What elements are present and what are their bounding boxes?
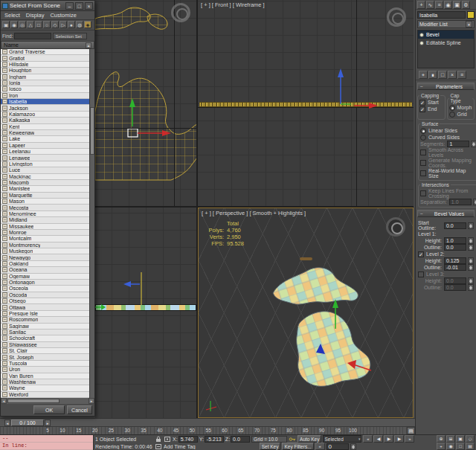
list-item[interactable]: ~ Saginaw [1,324,89,330]
scrollbar-thumb[interactable] [90,107,94,155]
viewport-label[interactable]: [ + ] [ Perspective ] [ Smooth + Highlig… [202,210,306,216]
nav-icon[interactable]: ▣ [456,435,465,443]
maximize-icon[interactable]: □ [75,2,83,10]
ok-button[interactable]: OK [33,405,65,414]
bevel-values-rollout-header[interactable]: − Bevel Values [417,210,475,217]
list-item[interactable]: ~ Missaukee [1,224,89,230]
end-checkbox[interactable]: ✓ [419,106,425,112]
list-item[interactable]: ~ Kalamazoo [1,112,89,118]
find-input[interactable] [14,33,51,39]
linear-sides-radio[interactable] [420,128,426,134]
list-item[interactable]: ~ Ogemaw [1,274,89,280]
scroll-left-icon[interactable]: ◂ [1,398,7,404]
modifier-enabled-icon[interactable] [419,41,424,45]
next-frame-icon[interactable]: ▸ [45,420,51,426]
scene-filter-icon[interactable]: ○ [43,21,51,28]
scroll-up-icon[interactable]: ▴ [86,42,91,48]
scene-filter-icon[interactable]: ▷ [60,21,67,28]
list-item[interactable]: ~ Muskegon [1,248,89,254]
viewport-front[interactable]: [ + ] [ Front ] [ Wireframe ] [198,0,414,206]
command-panel-tab-icon[interactable]: ∿ [426,1,434,9]
scene-filter-icon[interactable]: ● [68,21,75,28]
level3-height-field[interactable]: 0.0 [444,277,466,284]
menu-item[interactable]: Select [4,12,20,19]
object-color-swatch[interactable] [467,11,475,19]
list-item[interactable]: ~ Ontonagon [1,280,89,286]
transport-icon[interactable]: ▶ [384,435,393,443]
scene-filter-icon[interactable]: ◇ [51,21,59,28]
list-item[interactable]: ~ Oceana [1,267,89,273]
list-item[interactable]: ~ Roscommon [1,317,89,323]
isolate-selection-icon[interactable] [164,436,171,443]
segments-field[interactable]: 1 [447,141,469,147]
list-item[interactable]: ~ Schoolcraft [1,335,89,341]
list-item[interactable]: ~ Mason [1,199,89,205]
viewport-top[interactable] [95,0,196,206]
list-item[interactable]: ~ Luce [1,167,89,173]
curved-sides-radio[interactable] [420,135,426,141]
level1-height-field[interactable]: 1.0 [444,237,466,244]
listener-line[interactable]: -- [0,435,93,443]
key-mode-toggle-icon[interactable]: « [315,443,325,450]
list-item[interactable]: ~ Manistee [1,186,89,192]
list-item[interactable]: ~ Grand Traverse [1,49,89,55]
list-item[interactable]: ~ Ingham [1,74,89,80]
command-panel-tab-icon[interactable]: ◉ [444,1,452,9]
list-item[interactable]: ~ Otsego [1,298,89,304]
set-key-button[interactable]: Set Key [260,443,281,450]
viewcube[interactable] [386,217,405,237]
maxscript-mini-listener[interactable]: -- In line: [0,435,94,450]
track-bar[interactable]: 5101520253035404550556065707580859095100… [0,426,415,434]
command-panel-tab-icon[interactable]: ▣ [453,1,461,9]
level2-outline-field[interactable]: -0.01 [444,264,466,271]
real-world-map-size-checkbox[interactable] [420,170,426,176]
horizontal-scrollbar[interactable]: ◂ ▸ [1,398,94,404]
viewport-left[interactable] [95,208,196,418]
selection-lock-icon[interactable] [155,436,162,443]
list-item[interactable]: ~ Lapeer [1,143,89,149]
z-coordinate-field[interactable]: 0.0 [231,436,250,443]
grid-radio[interactable] [449,112,455,118]
list-item[interactable]: ~ Tuscola [1,361,89,367]
list-item[interactable]: ~ Houghton [1,68,89,74]
time-slider[interactable]: ◂ 0 / 100 ▸ [0,418,415,426]
list-item[interactable]: ~ Macomb [1,180,89,186]
minimize-icon[interactable]: – [65,2,74,10]
start-outline-field[interactable]: 0.0 [444,222,466,229]
dialog-titlebar[interactable]: Select From Scene – □ × [1,1,94,11]
open-mini-curve-editor-icon[interactable]: ▤ [407,427,415,434]
x-coordinate-field[interactable]: 5.740 [178,436,198,443]
list-item[interactable]: ~ Montmorency [1,242,89,248]
scene-filter-icon[interactable]: ◎ [19,21,26,28]
start-outline-spinner[interactable] [468,222,474,229]
modifier-list-dropdown[interactable]: Modifier List ▾ [417,20,475,28]
scene-filter-icon[interactable]: ▣ [2,21,10,28]
list-item[interactable]: ~ Midland [1,217,89,223]
list-item[interactable]: ~ Ionia [1,80,89,86]
stack-toolbar-icon[interactable]: □ [438,71,447,79]
nav-icon[interactable]: + [437,443,446,450]
parameters-rollout-header[interactable]: − Parameters [417,83,475,90]
scrollbar-thumb[interactable] [7,399,60,403]
list-item[interactable]: ~ Wayne [1,385,89,391]
previous-frame-icon[interactable]: ◂ [4,420,10,426]
transport-icon[interactable]: ▶ [394,435,404,443]
list-item[interactable]: ~ Menominee [1,211,89,217]
scene-filter-icon[interactable]: ◍ [76,21,83,28]
stack-toolbar-icon[interactable]: × [448,71,457,79]
list-item[interactable]: ~ Marquette [1,193,89,199]
menu-item[interactable]: Display [26,12,45,19]
transport-icon[interactable]: ◀ [373,435,383,443]
scene-filter-icon[interactable]: □ [35,21,42,28]
stack-toolbar-icon[interactable]: ≡ [457,71,466,79]
time-slider-value[interactable]: 0 / 100 [11,420,44,426]
scene-filter-icon[interactable]: △ [27,21,34,28]
selection-filter-dropdown[interactable]: Selected ▾ [323,435,361,443]
list-item[interactable]: ~ Oscoda [1,292,89,298]
list-item[interactable]: ~ Isabella [1,99,89,105]
list-item[interactable]: ~ Van Buren [1,373,89,379]
separation-field[interactable]: 1.0 [449,199,472,205]
viewport-label[interactable]: [ + ] [ Front ] [ Wireframe ] [201,1,265,8]
level3-outline-field[interactable]: 0.0 [444,284,466,291]
selection-set-dropdown[interactable]: Selection Set [53,33,87,39]
